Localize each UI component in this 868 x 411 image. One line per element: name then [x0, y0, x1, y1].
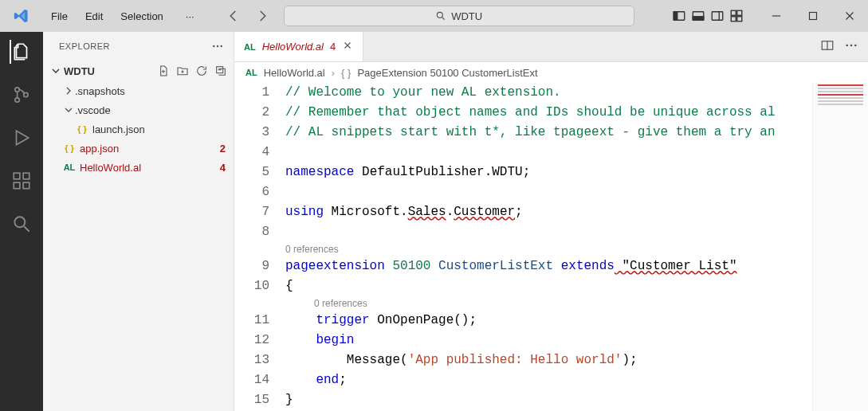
close-icon[interactable] — [342, 40, 353, 53]
activity-search-icon[interactable] — [10, 212, 33, 236]
svg-rect-6 — [731, 10, 736, 15]
svg-rect-15 — [14, 182, 20, 189]
chevron-down-icon — [62, 104, 75, 116]
symbol-brace-icon: { } — [341, 67, 351, 79]
svg-rect-14 — [14, 173, 20, 179]
refresh-icon[interactable] — [195, 65, 208, 77]
svg-point-12 — [15, 98, 19, 102]
code-content[interactable]: // Welcome to your new AL extension. // … — [281, 83, 868, 411]
window-minimize-icon[interactable] — [758, 0, 795, 32]
error-count-badge: 2 — [220, 143, 226, 155]
nav-forward-icon[interactable] — [255, 9, 269, 23]
svg-rect-8 — [731, 17, 736, 22]
tree-file-app-json[interactable]: { } app.json 2 — [51, 139, 234, 158]
tree-folder-vscode[interactable]: .vscode — [51, 100, 234, 119]
menu-file[interactable]: File — [43, 7, 76, 25]
svg-point-0 — [438, 12, 443, 18]
history-nav — [226, 9, 269, 23]
breadcrumb[interactable]: AL HelloWorld.al › { } PageExtension 501… — [234, 62, 868, 83]
menu-more[interactable]: ··· — [178, 7, 202, 25]
svg-rect-10 — [810, 13, 817, 20]
svg-point-11 — [15, 88, 19, 92]
toggle-primary-sidebar-icon[interactable] — [672, 9, 686, 23]
activity-explorer-icon[interactable] — [10, 40, 33, 64]
code-lens[interactable]: 0 references — [281, 242, 868, 256]
chevron-right-icon: › — [332, 67, 335, 79]
svg-rect-2 — [674, 12, 678, 21]
svg-rect-16 — [23, 182, 29, 189]
al-file-icon: AL — [245, 68, 257, 77]
new-folder-icon[interactable] — [176, 65, 189, 77]
tree-folder-snapshots[interactable]: .snapshots — [51, 81, 234, 100]
search-text: WDTU — [451, 10, 482, 22]
al-file-icon: AL — [244, 42, 256, 52]
search-icon — [435, 10, 446, 22]
folder-root-label: WDTU — [64, 65, 95, 77]
svg-rect-5 — [712, 12, 723, 21]
json-file-icon: { } — [75, 124, 89, 134]
json-file-icon: { } — [62, 143, 77, 153]
collapse-all-icon[interactable] — [214, 65, 227, 77]
layout-controls — [672, 9, 744, 23]
editor-tab-bar: AL HelloWorld.al 4 — [234, 32, 868, 62]
file-tree: .snapshots .vscode { } launch.json { } a… — [43, 81, 234, 177]
breadcrumb-symbol: PageExtension 50100 CustomerListExt — [357, 67, 537, 79]
nav-back-icon[interactable] — [226, 9, 241, 23]
editor-more-icon[interactable] — [844, 38, 858, 55]
chevron-down-icon — [49, 65, 62, 77]
breadcrumb-file: HelloWorld.al — [264, 67, 325, 79]
toggle-panel-icon[interactable] — [691, 9, 705, 23]
split-editor-icon[interactable] — [820, 38, 835, 55]
svg-point-24 — [846, 45, 848, 47]
svg-point-21 — [220, 45, 222, 47]
command-center[interactable]: WDTU — [284, 6, 634, 26]
window-close-icon[interactable] — [831, 0, 868, 32]
svg-rect-7 — [737, 10, 742, 15]
tree-file-helloworld-al[interactable]: AL HelloWorld.al 4 — [51, 158, 234, 177]
vscode-logo-icon — [0, 8, 43, 24]
editor-group: AL HelloWorld.al 4 AL HelloWorld.al › { … — [234, 32, 868, 411]
tree-file-launch-json[interactable]: { } launch.json — [51, 119, 234, 139]
new-file-icon[interactable] — [157, 65, 170, 77]
activity-source-control-icon[interactable] — [10, 83, 33, 107]
svg-rect-4 — [693, 17, 704, 21]
activity-run-debug-icon[interactable] — [10, 126, 33, 150]
code-lens[interactable]: 0 references — [281, 296, 868, 311]
code-editor[interactable]: 1 2 3 4 5 6 7 8 9 10 11 12 13 14 15 // W… — [234, 83, 868, 411]
toggle-secondary-sidebar-icon[interactable] — [710, 9, 725, 23]
sidebar-title: EXPLORER — [59, 41, 110, 51]
window-maximize-icon[interactable] — [795, 0, 831, 32]
minimap[interactable] — [812, 83, 868, 411]
al-file-icon: AL — [62, 162, 77, 172]
menu-selection[interactable]: Selection — [112, 7, 171, 25]
chevron-right-icon — [62, 84, 75, 97]
svg-point-19 — [213, 45, 214, 47]
editor-tab[interactable]: AL HelloWorld.al 4 — [234, 32, 363, 61]
svg-point-20 — [217, 45, 218, 47]
explorer-sidebar: EXPLORER WDTU .snapshots .vscode — [43, 32, 234, 411]
tab-filename: HelloWorld.al — [262, 41, 324, 53]
folder-root[interactable]: WDTU — [43, 61, 234, 81]
svg-point-18 — [14, 217, 25, 227]
tab-error-badge: 4 — [330, 41, 336, 53]
svg-point-26 — [854, 45, 857, 47]
svg-rect-9 — [737, 17, 742, 22]
app-menu: File Edit Selection ··· — [43, 7, 202, 25]
sidebar-more-icon[interactable] — [211, 40, 224, 53]
customize-layout-icon[interactable] — [729, 9, 744, 23]
line-number-gutter: 1 2 3 4 5 6 7 8 9 10 11 12 13 14 15 — [234, 83, 281, 411]
svg-point-13 — [24, 92, 28, 96]
title-bar: File Edit Selection ··· WDTU — [0, 0, 868, 32]
error-count-badge: 4 — [220, 162, 226, 174]
activity-bar — [0, 32, 43, 411]
sidebar-header: EXPLORER — [43, 32, 234, 61]
activity-extensions-icon[interactable] — [10, 169, 33, 193]
svg-point-25 — [850, 45, 853, 47]
menu-edit[interactable]: Edit — [77, 7, 111, 25]
svg-rect-17 — [23, 173, 29, 179]
